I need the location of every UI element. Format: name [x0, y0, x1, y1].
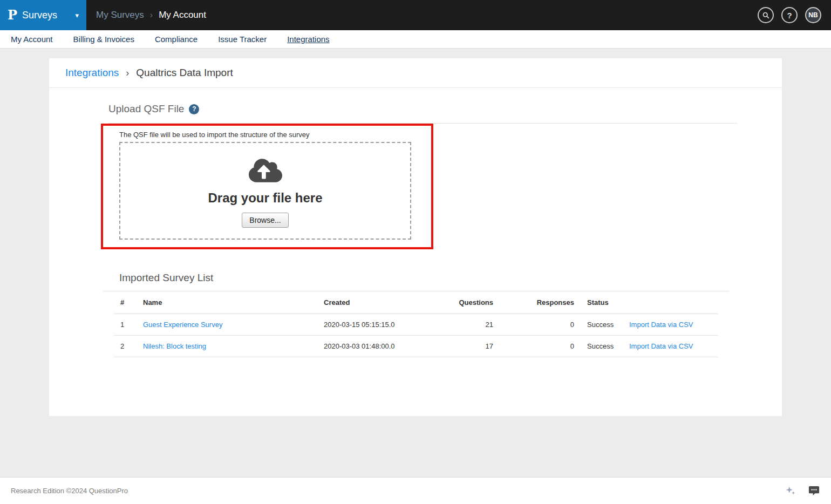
- surveys-app-button[interactable]: P Surveys ▾: [0, 0, 86, 30]
- cell-questions: 17: [452, 336, 500, 357]
- tab-integrations[interactable]: Integrations: [287, 35, 329, 44]
- upload-qsf-section: Upload QSF File ? The QSF file will be u…: [49, 88, 782, 249]
- table-row: 1 Guest Experience Survey 2020-03-15 05:…: [114, 314, 718, 336]
- topbar-breadcrumb: My Surveys › My Account: [96, 10, 206, 21]
- column-header-status: Status: [581, 291, 623, 314]
- imported-survey-list-section: Imported Survey List # Name Created Ques…: [49, 272, 782, 357]
- upload-help-icon[interactable]: ?: [189, 104, 199, 114]
- main-content: Integrations › Qualtrics Data Import Upl…: [0, 49, 831, 477]
- cell-index: 2: [114, 336, 137, 357]
- footer-edition-text: Research Edition ©2024 QuestionPro: [11, 487, 128, 495]
- column-header-name: Name: [137, 291, 317, 314]
- table-header-row: # Name Created Questions Responses Statu…: [114, 291, 718, 314]
- upload-hint-text: The QSF file will be used to import the …: [119, 131, 431, 139]
- browse-button[interactable]: Browse...: [242, 213, 288, 228]
- questionpro-logo-icon: P: [8, 9, 17, 22]
- cell-status: Success: [581, 336, 623, 357]
- topbar: P Surveys ▾ My Surveys › My Account ? NB: [0, 0, 831, 30]
- tab-billing-invoices[interactable]: Billing & Invoices: [73, 35, 134, 44]
- feedback-chat-button[interactable]: [808, 485, 820, 497]
- column-header-responses: Responses: [500, 291, 581, 314]
- column-header-action: [623, 291, 718, 314]
- import-csv-link[interactable]: Import Data via CSV: [629, 342, 693, 350]
- integrations-card: Integrations › Qualtrics Data Import Upl…: [49, 58, 782, 416]
- help-button[interactable]: ?: [781, 7, 798, 23]
- question-mark-icon: ?: [787, 11, 792, 20]
- tab-my-account[interactable]: My Account: [11, 35, 53, 44]
- footer-icons: [785, 485, 820, 497]
- column-header-index: #: [114, 291, 137, 314]
- app-label: Surveys: [22, 10, 57, 21]
- chevron-down-icon: ▾: [75, 11, 79, 19]
- page-title: Qualtrics Data Import: [136, 67, 233, 79]
- cell-created: 2020-03-15 05:15:15.0: [317, 314, 452, 336]
- table-row: 2 Nilesh: Block testing 2020-03-03 01:48…: [114, 336, 718, 357]
- breadcrumb-my-surveys-link[interactable]: My Surveys: [96, 10, 144, 21]
- column-header-created: Created: [317, 291, 452, 314]
- imported-survey-list-title: Imported Survey List: [119, 272, 782, 284]
- ai-sparkle-button[interactable]: [785, 485, 796, 496]
- column-header-questions: Questions: [452, 291, 500, 314]
- breadcrumb-separator-icon: ›: [150, 10, 153, 20]
- file-dropzone[interactable]: Drag your file here Browse...: [119, 142, 411, 240]
- chat-bubble-icon: [808, 485, 820, 497]
- cell-questions: 21: [452, 314, 500, 336]
- import-csv-link[interactable]: Import Data via CSV: [629, 321, 693, 329]
- imported-survey-table: # Name Created Questions Responses Statu…: [114, 291, 718, 357]
- breadcrumb-chevron-icon: ›: [126, 67, 129, 79]
- topbar-actions: ? NB: [758, 7, 821, 23]
- cell-created: 2020-03-03 01:48:00.0: [317, 336, 452, 357]
- sparkle-icon: [785, 485, 796, 496]
- upload-section-title: Upload QSF File: [108, 103, 184, 115]
- account-tabbar: My Account Billing & Invoices Compliance…: [0, 30, 831, 49]
- breadcrumb-current: My Account: [159, 10, 206, 21]
- avatar[interactable]: NB: [805, 7, 821, 23]
- cell-responses: 0: [500, 336, 581, 357]
- footer: Research Edition ©2024 QuestionPro: [0, 477, 831, 504]
- search-icon: [762, 11, 770, 19]
- cell-index: 1: [114, 314, 137, 336]
- dropzone-label: Drag your file here: [208, 190, 322, 206]
- survey-name-link[interactable]: Nilesh: Block testing: [143, 342, 206, 350]
- annotation-highlight: The QSF file will be used to import the …: [101, 124, 433, 249]
- cloud-upload-icon: [249, 157, 282, 184]
- breadcrumb-integrations-link[interactable]: Integrations: [65, 67, 119, 79]
- tab-issue-tracker[interactable]: Issue Tracker: [218, 35, 267, 44]
- cell-responses: 0: [500, 314, 581, 336]
- survey-name-link[interactable]: Guest Experience Survey: [143, 321, 222, 329]
- tab-compliance[interactable]: Compliance: [155, 35, 197, 44]
- search-button[interactable]: [758, 7, 774, 23]
- page-breadcrumb: Integrations › Qualtrics Data Import: [49, 58, 782, 88]
- cell-status: Success: [581, 314, 623, 336]
